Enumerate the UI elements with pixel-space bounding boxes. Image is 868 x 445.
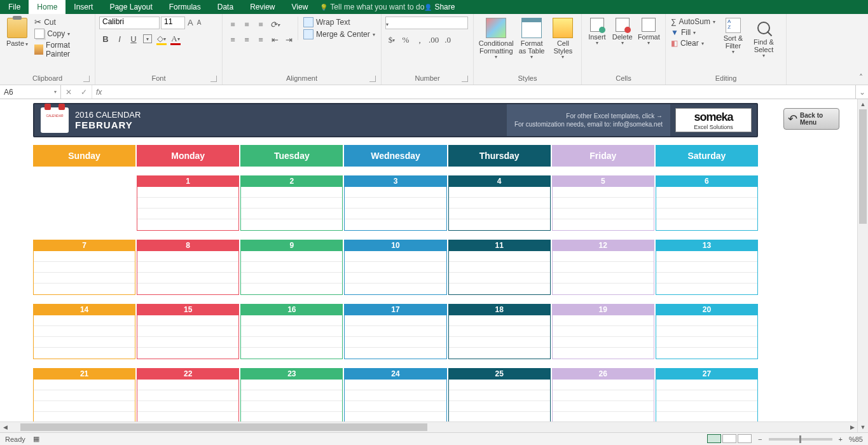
day-cell[interactable]: 17 bbox=[344, 304, 446, 359]
tab-formulas[interactable]: Formulas bbox=[161, 0, 209, 14]
align-left-icon[interactable]: ≡ bbox=[226, 34, 239, 46]
accounting-format-icon[interactable]: $ bbox=[385, 34, 398, 46]
percent-format-icon[interactable]: % bbox=[399, 34, 412, 46]
horizontal-scrollbar[interactable]: ◀ ▶ bbox=[0, 421, 857, 432]
vertical-scrollbar[interactable]: ▲▼ bbox=[857, 99, 868, 432]
cut-button[interactable]: ✂Cut bbox=[33, 17, 91, 27]
format-as-table-button[interactable]: Format as Table bbox=[517, 17, 546, 60]
orientation-icon[interactable]: ⟳ bbox=[268, 18, 281, 31]
format-cells-button[interactable]: Format bbox=[637, 17, 661, 46]
italic-button[interactable]: I bbox=[113, 32, 126, 45]
comma-format-icon[interactable]: , bbox=[413, 34, 426, 46]
decrease-decimal-icon[interactable]: .0 bbox=[441, 34, 454, 46]
day-cell[interactable]: 7 bbox=[33, 240, 135, 295]
day-cell[interactable]: 19 bbox=[552, 304, 654, 359]
tab-pagelayout[interactable]: Page Layout bbox=[101, 0, 160, 14]
day-cell[interactable]: 1 bbox=[137, 175, 239, 231]
cell-styles-button[interactable]: Cell Styles bbox=[549, 17, 577, 60]
day-cell[interactable]: 5 bbox=[552, 175, 654, 231]
day-cell[interactable]: 14 bbox=[33, 304, 135, 359]
insert-cells-button[interactable]: Insert bbox=[586, 17, 609, 46]
tab-data[interactable]: Data bbox=[209, 0, 242, 14]
sort-filter-button[interactable]: Sort & Filter bbox=[719, 17, 747, 55]
fx-icon[interactable]: fx bbox=[92, 85, 106, 99]
fill-color-button[interactable]: ◇ bbox=[155, 32, 168, 45]
indent-increase-icon[interactable]: ⇥ bbox=[282, 34, 295, 46]
zoom-slider[interactable] bbox=[769, 438, 832, 441]
font-launcher[interactable] bbox=[210, 76, 217, 82]
number-launcher[interactable] bbox=[462, 76, 468, 82]
share-button[interactable]: Share bbox=[424, 3, 455, 11]
align-bottom-icon[interactable]: ≡ bbox=[254, 18, 267, 31]
shrink-font-icon[interactable]: A bbox=[196, 17, 203, 29]
collapse-ribbon-icon[interactable]: ˄ bbox=[859, 73, 863, 82]
day-cell[interactable]: 21 bbox=[33, 368, 135, 423]
border-button[interactable] bbox=[143, 34, 152, 43]
align-middle-icon[interactable]: ≡ bbox=[240, 18, 253, 31]
tab-view[interactable]: View bbox=[284, 0, 317, 14]
enter-formula-icon[interactable]: ✓ bbox=[76, 88, 92, 97]
day-cell[interactable]: 25 bbox=[448, 368, 551, 423]
day-cell[interactable]: 9 bbox=[240, 240, 343, 295]
day-cell[interactable]: 20 bbox=[656, 304, 758, 359]
view-buttons[interactable] bbox=[706, 434, 752, 444]
fill-button[interactable]: ▼Fill bbox=[670, 27, 717, 38]
format-painter-button[interactable]: Format Painter bbox=[33, 40, 91, 59]
name-box[interactable]: A6 bbox=[0, 85, 61, 99]
day-cell[interactable]: 15 bbox=[137, 304, 239, 359]
number-format-select[interactable] bbox=[385, 17, 468, 29]
expand-formula-bar-icon[interactable]: ⌄ bbox=[855, 85, 868, 99]
day-cell[interactable]: 8 bbox=[137, 240, 239, 295]
alignment-launcher[interactable] bbox=[369, 76, 376, 82]
day-cell[interactable] bbox=[33, 175, 135, 231]
zoom-out-icon[interactable]: − bbox=[758, 435, 762, 443]
tab-review[interactable]: Review bbox=[242, 0, 283, 14]
formula-input[interactable] bbox=[106, 85, 855, 99]
align-top-icon[interactable]: ≡ bbox=[226, 18, 239, 31]
tab-file[interactable]: File bbox=[0, 0, 29, 14]
wrap-text-button[interactable]: Wrap Text bbox=[302, 17, 376, 28]
someka-logo[interactable]: somekaExcel Solutions bbox=[675, 108, 752, 132]
cancel-formula-icon[interactable]: ✕ bbox=[61, 88, 76, 97]
day-cell[interactable]: 2 bbox=[240, 175, 343, 231]
font-color-button[interactable]: A bbox=[169, 32, 182, 45]
tab-home[interactable]: Home bbox=[29, 0, 65, 14]
grow-font-icon[interactable]: A bbox=[186, 17, 195, 29]
find-select-button[interactable]: Find & Select bbox=[750, 17, 778, 59]
indent-decrease-icon[interactable]: ⇤ bbox=[268, 34, 281, 46]
back-to-menu-button[interactable]: Back to Menu bbox=[783, 108, 839, 130]
autosum-button[interactable]: ∑AutoSum bbox=[670, 17, 717, 27]
day-cell[interactable]: 12 bbox=[552, 240, 654, 295]
align-right-icon[interactable]: ≡ bbox=[254, 34, 267, 46]
day-cell[interactable]: 11 bbox=[448, 240, 551, 295]
day-cell[interactable]: 23 bbox=[240, 368, 343, 423]
day-cell[interactable]: 10 bbox=[344, 240, 446, 295]
copy-button[interactable]: Copy bbox=[33, 28, 91, 39]
tell-me-search[interactable]: Tell me what you want to do bbox=[316, 3, 424, 11]
clipboard-launcher[interactable] bbox=[83, 76, 90, 82]
day-cell[interactable]: 27 bbox=[656, 368, 758, 423]
zoom-in-icon[interactable]: + bbox=[839, 435, 843, 443]
tab-insert[interactable]: Insert bbox=[65, 0, 101, 14]
conditional-formatting-button[interactable]: Conditional Formatting bbox=[478, 17, 514, 60]
align-center-icon[interactable]: ≡ bbox=[240, 34, 253, 46]
font-size-select[interactable]: 11 bbox=[161, 17, 185, 29]
zoom-level[interactable]: %85 bbox=[849, 435, 863, 443]
macro-record-icon[interactable]: ▦ bbox=[33, 435, 39, 443]
paste-button[interactable]: Paste bbox=[4, 17, 31, 48]
day-cell[interactable]: 22 bbox=[137, 368, 239, 423]
increase-decimal-icon[interactable]: .00 bbox=[427, 34, 440, 46]
bold-button[interactable]: B bbox=[99, 32, 112, 45]
day-cell[interactable]: 6 bbox=[656, 175, 758, 231]
day-cell[interactable]: 13 bbox=[656, 240, 758, 295]
day-cell[interactable]: 18 bbox=[448, 304, 551, 359]
day-cell[interactable]: 3 bbox=[344, 175, 446, 231]
day-cell[interactable]: 16 bbox=[240, 304, 343, 359]
day-cell[interactable]: 26 bbox=[552, 368, 654, 423]
day-cell[interactable]: 4 bbox=[448, 175, 551, 231]
merge-center-button[interactable]: Merge & Center bbox=[302, 29, 376, 40]
underline-button[interactable]: U bbox=[127, 32, 140, 45]
delete-cells-button[interactable]: Delete bbox=[611, 17, 634, 46]
day-cell[interactable]: 24 bbox=[344, 368, 446, 423]
clear-button[interactable]: ◧Clear bbox=[670, 38, 717, 48]
